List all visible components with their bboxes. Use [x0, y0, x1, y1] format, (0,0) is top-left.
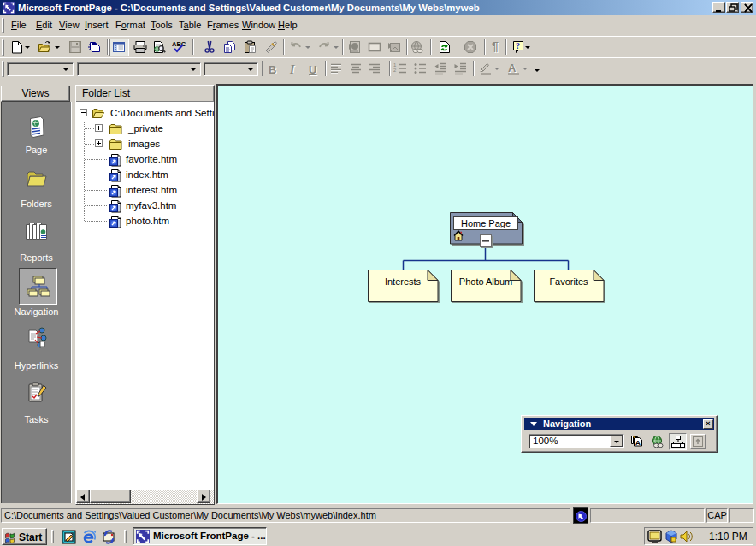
svg-text:?: ? — [516, 41, 520, 50]
svg-text:Home Page: Home Page — [461, 218, 511, 228]
svg-text:2: 2 — [393, 68, 397, 73]
svg-text:ABC: ABC — [172, 40, 186, 48]
svg-text:A: A — [635, 439, 641, 447]
svg-text:Interests: Interests — [385, 276, 422, 287]
svg-text:Favorites: Favorites — [549, 276, 588, 287]
svg-text:Photo Album: Photo Album — [459, 276, 512, 287]
